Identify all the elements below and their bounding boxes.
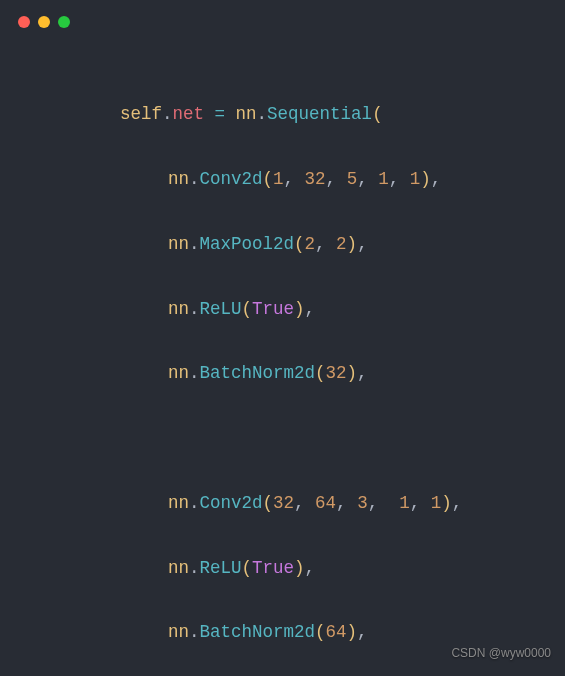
token-paren: (: [263, 169, 274, 189]
token-paren: (: [372, 104, 383, 124]
token-comma: ,: [326, 169, 347, 189]
token-attr: net: [173, 104, 205, 124]
token-comma: ,: [368, 493, 400, 513]
token-num: 2: [336, 234, 347, 254]
token-paren: ): [347, 622, 358, 642]
token-fn: BatchNorm2d: [200, 363, 316, 383]
token-comma: ,: [357, 363, 368, 383]
code-line: nn.ReLU(True),: [120, 293, 462, 325]
minimize-icon[interactable]: [38, 16, 50, 28]
token-num: 1: [378, 169, 389, 189]
token-num: 1: [431, 493, 442, 513]
token-paren: ): [441, 493, 452, 513]
token-comma: ,: [305, 558, 316, 578]
token-dot: .: [257, 104, 268, 124]
token-comma: ,: [284, 169, 305, 189]
token-comma: ,: [431, 169, 442, 189]
token-num: 1: [399, 493, 410, 513]
watermark-text: CSDN @wyw0000: [451, 642, 551, 664]
token-num: 64: [326, 622, 347, 642]
token-fn: Conv2d: [200, 169, 263, 189]
token-module: nn: [168, 234, 189, 254]
token-num: 1: [273, 169, 284, 189]
token-paren: (: [242, 558, 253, 578]
token-num: 3: [357, 493, 368, 513]
token-module: nn: [168, 622, 189, 642]
token-comma: ,: [410, 493, 431, 513]
code-line: nn.Conv2d(1, 32, 5, 1, 1),: [120, 163, 462, 195]
token-comma: ,: [315, 234, 336, 254]
token-fn: MaxPool2d: [200, 234, 295, 254]
token-fn: Conv2d: [200, 493, 263, 513]
token-num: 2: [305, 234, 316, 254]
token-num: 32: [305, 169, 326, 189]
code-block: self.net = nn.Sequential( nn.Conv2d(1, 3…: [120, 66, 462, 676]
token-module: nn: [168, 558, 189, 578]
token-fn: BatchNorm2d: [200, 622, 316, 642]
token-module: nn: [168, 363, 189, 383]
window-controls: [18, 16, 70, 28]
token-comma: ,: [336, 493, 357, 513]
token-paren: ): [420, 169, 431, 189]
token-comma: ,: [452, 493, 463, 513]
token-fn: ReLU: [200, 558, 242, 578]
token-paren: ): [347, 234, 358, 254]
blank-line: [120, 422, 462, 454]
token-module: nn: [236, 104, 257, 124]
token-dot: .: [189, 493, 200, 513]
token-dot: .: [189, 558, 200, 578]
token-paren: ): [347, 363, 358, 383]
token-fn: ReLU: [200, 299, 242, 319]
token-eq: =: [204, 104, 236, 124]
code-line: self.net = nn.Sequential(: [120, 98, 462, 130]
token-num: 1: [410, 169, 421, 189]
token-paren: ): [294, 558, 305, 578]
token-paren: (: [294, 234, 305, 254]
token-comma: ,: [305, 299, 316, 319]
token-bool: True: [252, 299, 294, 319]
token-module: nn: [168, 493, 189, 513]
close-icon[interactable]: [18, 16, 30, 28]
token-dot: .: [189, 299, 200, 319]
token-paren: (: [263, 493, 274, 513]
token-paren: (: [315, 622, 326, 642]
token-dot: .: [189, 622, 200, 642]
token-self: self: [120, 104, 162, 124]
token-num: 32: [273, 493, 294, 513]
token-paren: (: [315, 363, 326, 383]
code-line: nn.BatchNorm2d(64),: [120, 616, 462, 648]
code-line: nn.BatchNorm2d(32),: [120, 357, 462, 389]
token-fn: Sequential: [267, 104, 372, 124]
token-bool: True: [252, 558, 294, 578]
token-comma: ,: [294, 493, 315, 513]
code-line: nn.ReLU(True),: [120, 552, 462, 584]
maximize-icon[interactable]: [58, 16, 70, 28]
token-module: nn: [168, 169, 189, 189]
token-module: nn: [168, 299, 189, 319]
token-num: 64: [315, 493, 336, 513]
code-line: nn.Conv2d(32, 64, 3, 1, 1),: [120, 487, 462, 519]
token-paren: (: [242, 299, 253, 319]
token-num: 32: [326, 363, 347, 383]
token-dot: .: [162, 104, 173, 124]
token-dot: .: [189, 169, 200, 189]
token-num: 5: [347, 169, 358, 189]
token-comma: ,: [357, 169, 378, 189]
token-dot: .: [189, 363, 200, 383]
token-paren: ): [294, 299, 305, 319]
token-comma: ,: [357, 234, 368, 254]
token-dot: .: [189, 234, 200, 254]
code-line: nn.MaxPool2d(2, 2),: [120, 228, 462, 260]
token-comma: ,: [389, 169, 410, 189]
token-comma: ,: [357, 622, 368, 642]
